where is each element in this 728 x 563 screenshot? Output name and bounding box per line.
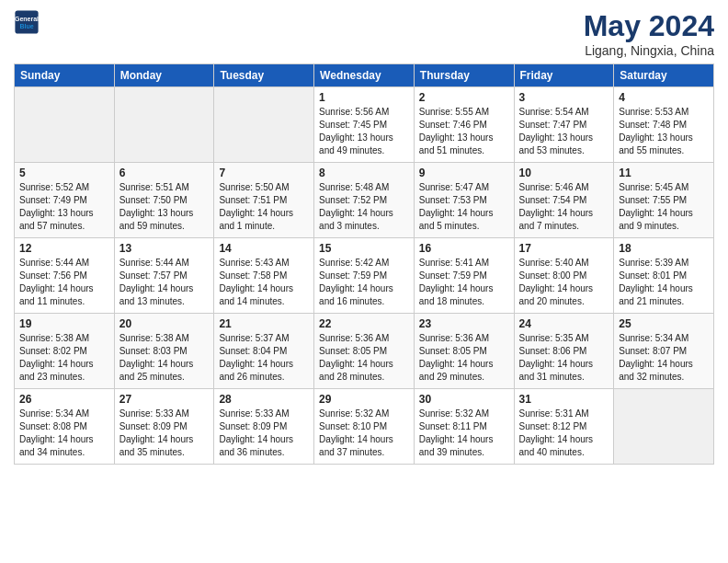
day-number: 27 bbox=[119, 393, 210, 406]
day-info: Sunrise: 5:38 AMSunset: 8:03 PMDaylight:… bbox=[119, 332, 210, 384]
table-row: 22Sunrise: 5:36 AMSunset: 8:05 PMDayligh… bbox=[314, 314, 415, 389]
day-number: 19 bbox=[19, 317, 109, 330]
day-number: 17 bbox=[519, 242, 609, 255]
calendar-week-row: 5Sunrise: 5:52 AMSunset: 7:49 PMDaylight… bbox=[15, 163, 714, 238]
table-row: 15Sunrise: 5:42 AMSunset: 7:59 PMDayligh… bbox=[314, 238, 415, 314]
day-number: 4 bbox=[619, 91, 709, 104]
day-number: 30 bbox=[419, 393, 509, 406]
logo: General Blue bbox=[14, 9, 43, 35]
table-row: 6Sunrise: 5:51 AMSunset: 7:50 PMDaylight… bbox=[114, 163, 214, 238]
day-number: 1 bbox=[319, 91, 409, 104]
table-row: 27Sunrise: 5:33 AMSunset: 8:09 PMDayligh… bbox=[114, 389, 214, 465]
day-info: Sunrise: 5:44 AMSunset: 7:57 PMDaylight:… bbox=[119, 257, 210, 308]
table-row: 28Sunrise: 5:33 AMSunset: 8:09 PMDayligh… bbox=[214, 389, 314, 465]
day-info: Sunrise: 5:31 AMSunset: 8:12 PMDaylight:… bbox=[519, 408, 609, 459]
table-row: 25Sunrise: 5:34 AMSunset: 8:07 PMDayligh… bbox=[614, 314, 714, 389]
day-info: Sunrise: 5:45 AMSunset: 7:55 PMDaylight:… bbox=[619, 181, 709, 233]
page-container: General Blue May 2024 Ligang, Ningxia, C… bbox=[0, 0, 728, 563]
table-row: 12Sunrise: 5:44 AMSunset: 7:56 PMDayligh… bbox=[15, 238, 115, 314]
day-info: Sunrise: 5:53 AMSunset: 7:48 PMDaylight:… bbox=[619, 106, 709, 157]
day-number: 3 bbox=[519, 91, 609, 104]
table-row bbox=[614, 389, 714, 465]
table-row bbox=[114, 87, 214, 163]
day-number: 13 bbox=[119, 242, 210, 255]
day-info: Sunrise: 5:40 AMSunset: 8:00 PMDaylight:… bbox=[519, 257, 609, 308]
col-sunday: Sunday bbox=[15, 64, 115, 87]
day-info: Sunrise: 5:38 AMSunset: 8:02 PMDaylight:… bbox=[19, 332, 109, 384]
day-number: 25 bbox=[619, 317, 709, 330]
day-info: Sunrise: 5:37 AMSunset: 8:04 PMDaylight:… bbox=[219, 332, 309, 384]
month-title: May 2024 bbox=[584, 9, 714, 43]
table-row: 9Sunrise: 5:47 AMSunset: 7:53 PMDaylight… bbox=[414, 163, 514, 238]
col-wednesday: Wednesday bbox=[314, 64, 415, 87]
day-number: 6 bbox=[119, 167, 210, 179]
day-info: Sunrise: 5:33 AMSunset: 8:09 PMDaylight:… bbox=[219, 408, 309, 459]
table-row: 17Sunrise: 5:40 AMSunset: 8:00 PMDayligh… bbox=[514, 238, 614, 314]
table-row bbox=[15, 87, 115, 163]
table-row: 8Sunrise: 5:48 AMSunset: 7:52 PMDaylight… bbox=[314, 163, 415, 238]
day-number: 16 bbox=[419, 242, 509, 255]
calendar-week-row: 1Sunrise: 5:56 AMSunset: 7:45 PMDaylight… bbox=[15, 87, 714, 163]
day-info: Sunrise: 5:55 AMSunset: 7:46 PMDaylight:… bbox=[419, 106, 509, 157]
col-monday: Monday bbox=[114, 64, 214, 87]
day-number: 14 bbox=[219, 242, 309, 255]
day-number: 20 bbox=[119, 317, 210, 330]
day-number: 22 bbox=[319, 317, 409, 330]
day-info: Sunrise: 5:41 AMSunset: 7:59 PMDaylight:… bbox=[419, 257, 509, 308]
table-row: 7Sunrise: 5:50 AMSunset: 7:51 PMDaylight… bbox=[214, 163, 314, 238]
table-row: 29Sunrise: 5:32 AMSunset: 8:10 PMDayligh… bbox=[314, 389, 415, 465]
table-row: 11Sunrise: 5:45 AMSunset: 7:55 PMDayligh… bbox=[614, 163, 714, 238]
table-row: 16Sunrise: 5:41 AMSunset: 7:59 PMDayligh… bbox=[414, 238, 514, 314]
header: General Blue May 2024 Ligang, Ningxia, C… bbox=[14, 9, 714, 58]
day-info: Sunrise: 5:56 AMSunset: 7:45 PMDaylight:… bbox=[319, 106, 409, 157]
day-info: Sunrise: 5:32 AMSunset: 8:11 PMDaylight:… bbox=[419, 408, 509, 459]
table-row: 21Sunrise: 5:37 AMSunset: 8:04 PMDayligh… bbox=[214, 314, 314, 389]
table-row: 26Sunrise: 5:34 AMSunset: 8:08 PMDayligh… bbox=[15, 389, 115, 465]
table-row: 24Sunrise: 5:35 AMSunset: 8:06 PMDayligh… bbox=[514, 314, 614, 389]
day-info: Sunrise: 5:35 AMSunset: 8:06 PMDaylight:… bbox=[519, 332, 609, 384]
col-saturday: Saturday bbox=[614, 64, 714, 87]
day-number: 11 bbox=[619, 167, 709, 179]
day-info: Sunrise: 5:52 AMSunset: 7:49 PMDaylight:… bbox=[19, 181, 109, 233]
calendar-week-row: 12Sunrise: 5:44 AMSunset: 7:56 PMDayligh… bbox=[15, 238, 714, 314]
day-number: 5 bbox=[19, 167, 109, 179]
col-tuesday: Tuesday bbox=[214, 64, 314, 87]
day-number: 21 bbox=[219, 317, 309, 330]
day-number: 26 bbox=[19, 393, 109, 406]
day-info: Sunrise: 5:48 AMSunset: 7:52 PMDaylight:… bbox=[319, 181, 409, 233]
day-number: 8 bbox=[319, 167, 409, 179]
calendar-table: Sunday Monday Tuesday Wednesday Thursday… bbox=[14, 63, 714, 465]
table-row: 30Sunrise: 5:32 AMSunset: 8:11 PMDayligh… bbox=[414, 389, 514, 465]
day-info: Sunrise: 5:39 AMSunset: 8:01 PMDaylight:… bbox=[619, 257, 709, 308]
calendar-week-row: 19Sunrise: 5:38 AMSunset: 8:02 PMDayligh… bbox=[15, 314, 714, 389]
table-row: 13Sunrise: 5:44 AMSunset: 7:57 PMDayligh… bbox=[114, 238, 214, 314]
day-number: 31 bbox=[519, 393, 609, 406]
day-number: 29 bbox=[319, 393, 409, 406]
day-number: 12 bbox=[19, 242, 109, 255]
day-info: Sunrise: 5:42 AMSunset: 7:59 PMDaylight:… bbox=[319, 257, 409, 308]
svg-text:Blue: Blue bbox=[19, 23, 33, 29]
table-row: 31Sunrise: 5:31 AMSunset: 8:12 PMDayligh… bbox=[514, 389, 614, 465]
day-info: Sunrise: 5:36 AMSunset: 8:05 PMDaylight:… bbox=[419, 332, 509, 384]
table-row: 1Sunrise: 5:56 AMSunset: 7:45 PMDaylight… bbox=[314, 87, 415, 163]
day-info: Sunrise: 5:43 AMSunset: 7:58 PMDaylight:… bbox=[219, 257, 309, 308]
logo-icon: General Blue bbox=[14, 9, 40, 35]
svg-rect-0 bbox=[15, 10, 38, 33]
table-row bbox=[214, 87, 314, 163]
table-row: 5Sunrise: 5:52 AMSunset: 7:49 PMDaylight… bbox=[15, 163, 115, 238]
day-info: Sunrise: 5:33 AMSunset: 8:09 PMDaylight:… bbox=[119, 408, 210, 459]
table-row: 18Sunrise: 5:39 AMSunset: 8:01 PMDayligh… bbox=[614, 238, 714, 314]
table-row: 14Sunrise: 5:43 AMSunset: 7:58 PMDayligh… bbox=[214, 238, 314, 314]
svg-text:General: General bbox=[15, 16, 39, 22]
day-info: Sunrise: 5:51 AMSunset: 7:50 PMDaylight:… bbox=[119, 181, 210, 233]
day-info: Sunrise: 5:47 AMSunset: 7:53 PMDaylight:… bbox=[419, 181, 509, 233]
day-info: Sunrise: 5:34 AMSunset: 8:07 PMDaylight:… bbox=[619, 332, 709, 384]
table-row: 20Sunrise: 5:38 AMSunset: 8:03 PMDayligh… bbox=[114, 314, 214, 389]
day-number: 24 bbox=[519, 317, 609, 330]
day-number: 18 bbox=[619, 242, 709, 255]
table-row: 3Sunrise: 5:54 AMSunset: 7:47 PMDaylight… bbox=[514, 87, 614, 163]
col-thursday: Thursday bbox=[414, 64, 514, 87]
day-info: Sunrise: 5:34 AMSunset: 8:08 PMDaylight:… bbox=[19, 408, 109, 459]
day-info: Sunrise: 5:46 AMSunset: 7:54 PMDaylight:… bbox=[519, 181, 609, 233]
calendar-week-row: 26Sunrise: 5:34 AMSunset: 8:08 PMDayligh… bbox=[15, 389, 714, 465]
